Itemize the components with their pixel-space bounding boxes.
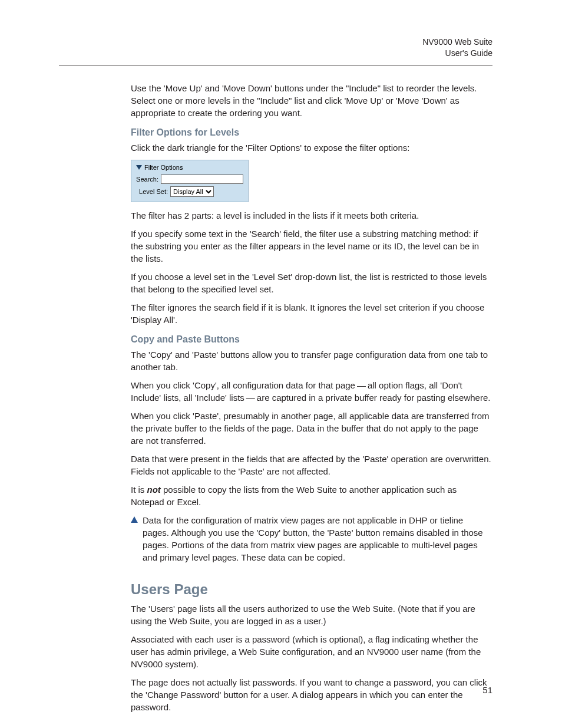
- copy-p4: Data that were present in the fields tha…: [131, 453, 491, 477]
- page-number: 51: [482, 685, 492, 695]
- intro-paragraph: Use the 'Move Up' and 'Move Down' button…: [131, 82, 491, 119]
- users-heading: Users Page: [131, 581, 491, 598]
- filter-p1: Click the dark triangle for the 'Filter …: [131, 141, 491, 154]
- users-p1: The 'Users' page lists all the users aut…: [131, 602, 491, 627]
- triangle-down-icon[interactable]: [136, 165, 142, 170]
- levelset-label: Level Set:: [136, 188, 170, 195]
- filter-p3: If you specify some text in the 'Search'…: [131, 228, 491, 265]
- filter-panel-title: Filter Options: [144, 164, 183, 171]
- doc-subtitle: User's Guide: [70, 48, 492, 59]
- filter-heading: Filter Options for Levels: [131, 127, 491, 138]
- header-rule: [59, 65, 492, 65]
- copy-p1: The 'Copy' and 'Paste' buttons allow you…: [131, 348, 491, 373]
- levelset-select[interactable]: Display All: [170, 186, 214, 197]
- users-p2: Associated with each user is a password …: [131, 633, 491, 670]
- search-input[interactable]: [161, 174, 243, 184]
- running-header: NV9000 Web Suite User's Guide: [70, 37, 492, 59]
- copy-p3: When you click 'Paste', presumably in an…: [131, 410, 491, 447]
- filter-p5: The filter ignores the search field if i…: [131, 301, 491, 326]
- doc-title: NV9000 Web Suite: [70, 37, 492, 48]
- page-content: Use the 'Move Up' and 'Move Down' button…: [131, 82, 491, 713]
- filter-options-panel: Filter Options Search: Level Set: Displa…: [131, 160, 249, 202]
- users-p3: The page does not actually list password…: [131, 676, 491, 713]
- copy-p5: It is not possible to copy the lists fro…: [131, 483, 491, 508]
- filter-p4: If you choose a level set in the 'Level …: [131, 271, 491, 295]
- emphasis-not: not: [147, 485, 161, 495]
- copy-note: Data for the configuration of matrix vie…: [143, 514, 491, 564]
- note-block: Data for the configuration of matrix vie…: [131, 514, 491, 564]
- filter-p2: The filter has 2 parts: a level is inclu…: [131, 209, 491, 222]
- search-label: Search:: [136, 176, 161, 183]
- copy-p2: When you click 'Copy', all configuration…: [131, 379, 491, 404]
- copy-heading: Copy and Paste Buttons: [131, 334, 491, 345]
- triangle-up-icon: [131, 516, 138, 523]
